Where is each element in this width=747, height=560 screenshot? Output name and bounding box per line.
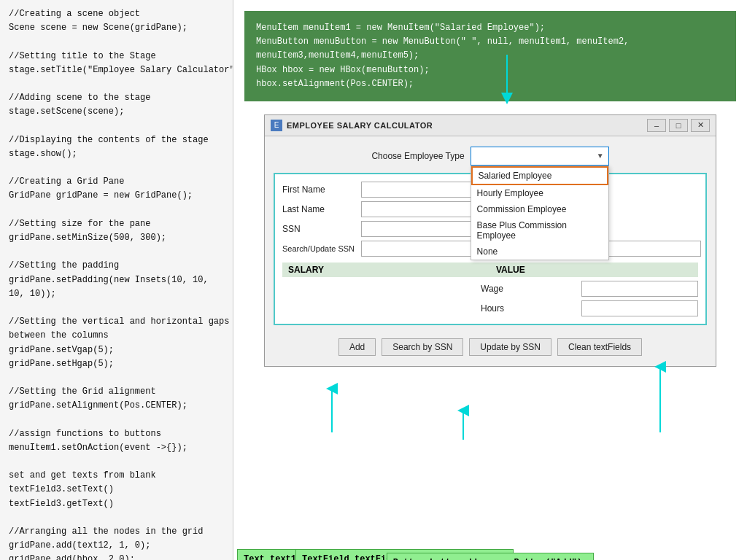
button-row: Add Search by SSN Update by SSN Clean te… [274, 332, 707, 359]
dropdown-option[interactable]: Hourly Employee [471, 185, 608, 201]
value-header: VALUE [490, 262, 698, 277]
search-update-input[interactable] [361, 241, 478, 257]
hours-label: Hours [481, 303, 576, 314]
close-button[interactable]: ✕ [691, 119, 710, 132]
ssn-input[interactable] [361, 221, 478, 237]
code-block-top: MenuItem menuItem1 = new MenuItem("Salar… [244, 11, 736, 101]
annotation-area: Text text1 = new Text("First Name"); Tex… [237, 549, 743, 553]
textfield-annotation: TextField textField1 = new TextField(); [295, 549, 514, 560]
left-code-panel: //Creating a scene objectScene scene = n… [0, 0, 233, 560]
search-update-label: Search/Update SSN [282, 244, 355, 253]
dropdown-arrow-icon: ▼ [597, 152, 604, 160]
dropdown-option[interactable]: Base Plus Commission Employee [471, 217, 608, 244]
ssn-label: SSN [282, 224, 355, 234]
first-name-input[interactable] [361, 182, 478, 198]
dropdown-option[interactable]: Salaried Employee [471, 166, 608, 185]
first-name-label: First Name [282, 184, 355, 195]
dropdown-option[interactable]: None [471, 244, 608, 260]
wage-label: Wage [481, 284, 576, 294]
window-titlebar: E EMPLOYEE SALARY CALCULATOR – □ ✕ [265, 115, 716, 136]
button-annotation: Button buttonadd = new Button("Add"); [387, 553, 594, 560]
employee-type-dropdown[interactable]: ▼ [471, 147, 609, 166]
dropdown-menu: Salaried EmployeeHourly EmployeeCommissi… [471, 166, 609, 260]
choose-employee-type-row: Choose Employee Type ▼ Salaried Employee… [274, 147, 707, 166]
clean-textfields-button[interactable]: Clean textFields [557, 338, 642, 356]
window-app-icon: E [271, 120, 282, 131]
maximize-button[interactable]: □ [669, 119, 688, 132]
update-ssn-button[interactable]: Update by SSN [469, 338, 551, 356]
last-name-label: Last Name [282, 204, 355, 214]
app-window: E EMPLOYEE SALARY CALCULATOR – □ ✕ Choos… [264, 114, 716, 367]
add-button[interactable]: Add [338, 338, 376, 356]
window-body: Choose Employee Type ▼ Salaried Employee… [265, 136, 716, 366]
window-title: EMPLOYEE SALARY CALCULATOR [287, 121, 643, 130]
text-annotation: Text text1 = new Text("First Name"); [237, 549, 439, 560]
code-text: //Creating a scene objectScene scene = n… [9, 7, 224, 560]
right-panel: MenuItem menuItem1 = new MenuItem("Salar… [233, 0, 747, 560]
choose-employee-label: Choose Employee Type [371, 151, 464, 161]
dropdown-option[interactable]: Commission Employee [471, 201, 608, 217]
window-controls: – □ ✕ [647, 119, 710, 132]
search-ssn-button[interactable]: Search by SSN [382, 338, 463, 356]
minimize-button[interactable]: – [647, 119, 666, 132]
code-block-text: MenuItem menuItem1 = new MenuItem("Salar… [256, 21, 724, 91]
last-name-input[interactable] [361, 201, 478, 217]
employee-type-dropdown-wrapper: ▼ Salaried EmployeeHourly EmployeeCommis… [471, 147, 609, 166]
wage-input[interactable] [581, 281, 698, 297]
hours-input[interactable] [581, 300, 698, 316]
salary-header: SALARY [282, 262, 490, 277]
